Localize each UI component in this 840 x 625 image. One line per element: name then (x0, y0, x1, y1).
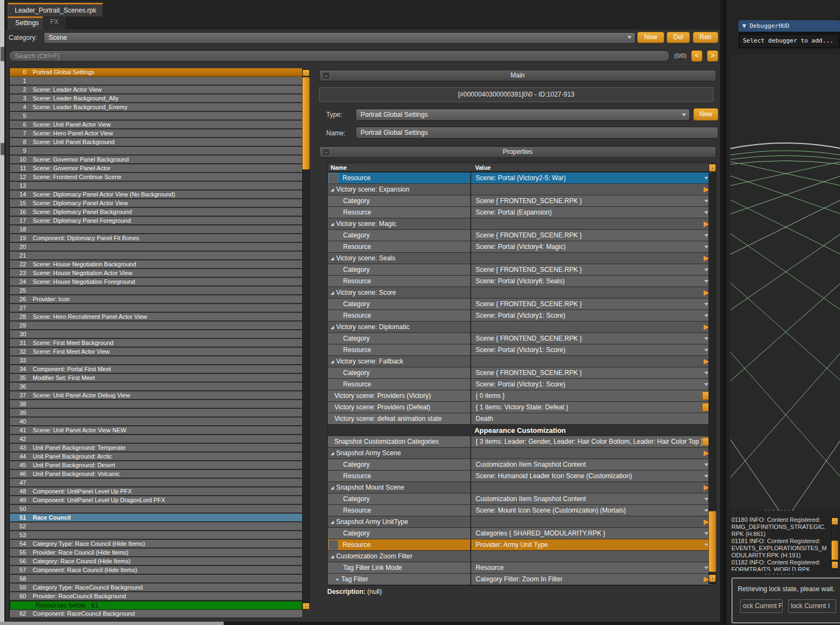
property-value-cell[interactable]: { 0 items } (471, 390, 712, 401)
list-item[interactable]: 60Provider: RaceCouncil Background (10, 592, 302, 601)
list-item[interactable]: 29 (10, 322, 302, 330)
property-value-cell[interactable]: Scene: Portal (Victory6: Seals) (471, 276, 712, 287)
chevron-down-icon[interactable] (704, 509, 709, 512)
ren-button[interactable]: Ren (693, 32, 718, 43)
tab-fx[interactable]: FX (43, 16, 67, 29)
property-row[interactable]: CategoryScene { FRONTEND_SCENE.RPK } (328, 264, 712, 276)
list-item[interactable]: 19Component: Diplomacy Panel Fit Bones (10, 234, 302, 243)
expanded-triangle-icon[interactable]: ◢ (331, 222, 334, 227)
list-item[interactable]: 6Scene: Unit Panel Actor View (10, 121, 302, 129)
property-value-cell[interactable]: Scene: Portal (Victory1: Score) (471, 379, 712, 390)
property-value-cell[interactable]: Categories { SHARED_MODULARITY.RPK } (471, 528, 712, 539)
list-item[interactable]: 34Component: Portal First Meet (10, 365, 302, 374)
list-item[interactable]: 49Component: UnitPanel Level Up DragonLo… (10, 496, 302, 505)
category-dropdown[interactable]: Scene (44, 32, 635, 44)
list-item[interactable]: 5 (10, 112, 302, 121)
expanded-triangle-icon[interactable]: ◢ (331, 520, 334, 525)
list-item[interactable]: 41Scene: Unit Panel Actor View NEW (10, 426, 302, 435)
list-item[interactable]: 44Unit Panel Background: Arctic (10, 453, 302, 461)
property-value-cell[interactable]: Scene { FRONTEND_SCENE.RPK } (471, 230, 712, 241)
chevron-down-icon[interactable] (704, 246, 709, 248)
property-row[interactable]: ◢Snapshot Mount Scene▶ (328, 482, 712, 493)
list-item[interactable]: 9 (10, 147, 302, 156)
property-row[interactable]: Victory scene: Providers (Defeat){ 1 ite… (328, 402, 712, 413)
chevron-down-icon[interactable] (704, 463, 709, 466)
list-item[interactable]: 40 (10, 418, 302, 426)
splitter-grip-icon[interactable]: •••••••• (765, 572, 796, 577)
list-item[interactable]: 48Component: UnitPanel Level Up PFX (10, 487, 302, 496)
property-row[interactable]: ResourceScene: Portal (Victory4: Magic) (328, 241, 712, 253)
property-row[interactable]: ◢Victory scene: Magic▶ (328, 218, 712, 230)
property-row[interactable]: Snapshot Customization Categories{ 3 ite… (328, 436, 712, 448)
property-row[interactable]: ◢Snapshot Army UnitType▶ (328, 516, 712, 528)
chevron-down-icon[interactable] (704, 475, 709, 478)
property-value-cell[interactable]: Scene { FRONTEND_SCENE.RPK } (471, 299, 712, 309)
list-item[interactable]: 47 (10, 479, 302, 487)
list-item[interactable]: 45Unit Panel Background: Desert (10, 461, 302, 470)
list-item[interactable]: 13 (10, 182, 302, 191)
property-row[interactable]: CategoryScene { FRONTEND_SCENE.RPK } (328, 195, 712, 207)
list-item[interactable]: Resources below : 61 (10, 601, 302, 610)
chevron-down-icon[interactable] (704, 544, 709, 546)
property-row[interactable]: ResourceScene: Mount Icon Scene (Customi… (328, 505, 712, 516)
list-item[interactable]: 27 (10, 304, 302, 313)
list-item[interactable]: 23Scene: House Negotiation Actor View (10, 269, 302, 278)
property-value-cell[interactable]: Scene: Portal (Victory1: Score) (471, 310, 712, 321)
property-row[interactable]: CategoryScene { FRONTEND_SCENE.RPK } (328, 230, 712, 241)
list-item[interactable]: 56Category: Race Council (Hide Items) (10, 557, 302, 566)
property-row[interactable]: ResourceScene: Portal (Victory6: Seals) (328, 276, 712, 287)
list-item[interactable]: 11Scene: Governor Panel Actor (10, 164, 302, 173)
expanded-triangle-icon[interactable]: ◢ (331, 359, 334, 364)
expanded-triangle-icon[interactable]: ◢ (331, 187, 334, 192)
property-value-cell[interactable]: Scene: Portal (Victory2-5: War) (471, 172, 712, 183)
list-item[interactable]: 1 (10, 77, 302, 86)
property-row[interactable]: ▸Tag FilterCategory Filter: Zoom In Filt… (328, 574, 712, 585)
property-value-cell[interactable]: Provider: Army Unit Type (471, 539, 712, 550)
list-item[interactable]: 7Scene: Hero Panel Actor View (10, 129, 302, 138)
property-value-cell[interactable]: Scene: Mount Icon Scene (Customization) … (471, 505, 712, 516)
list-item[interactable]: 39 (10, 409, 302, 418)
list-item[interactable]: 50 (10, 505, 302, 514)
chevron-down-icon[interactable] (704, 337, 709, 340)
chevron-down-icon[interactable] (704, 303, 709, 306)
list-item[interactable]: 51Race Council (10, 514, 302, 522)
log-scrollbar-top-button[interactable] (831, 517, 838, 525)
property-row[interactable]: ResourceProvider: Army Unit Type (328, 539, 712, 551)
property-row[interactable]: ◢Snapshot Army Scene▶ (328, 448, 712, 459)
expanded-triangle-icon[interactable]: ◢ (331, 554, 334, 559)
list-item[interactable]: 31Scene: First Meet Background (10, 339, 302, 348)
log-scrollbar-thumb[interactable] (831, 540, 838, 560)
name-input[interactable]: Portrait Global Settings (356, 127, 718, 139)
collapse-properties-button[interactable]: - (322, 148, 330, 156)
properties-scrollbar-thumb[interactable] (709, 511, 716, 572)
list-item[interactable]: 30 (10, 330, 302, 339)
expanded-triangle-icon[interactable]: ◢ (331, 325, 334, 330)
list-item[interactable]: 16Scene: Diplomacy Panel Background (10, 208, 302, 217)
collapsed-triangle-icon[interactable]: ▸ (337, 576, 339, 582)
list-item[interactable]: 18 (10, 225, 302, 234)
collapse-main-button[interactable]: - (322, 72, 330, 80)
list-item[interactable]: 55Provider: Race Council (Hide Items) (10, 549, 302, 557)
list-item[interactable]: 25 (10, 287, 302, 295)
property-row[interactable]: ResourceScene: Humanoid Leader Icon Scen… (328, 471, 712, 482)
list-item[interactable]: 3Scene: Leader Background_Ally (10, 94, 302, 103)
chevron-down-icon[interactable] (704, 349, 709, 352)
list-item[interactable]: 2Scene: Leader Actor View (10, 86, 302, 94)
list-item[interactable]: 46Unit Panel Background: Volcanic (10, 470, 302, 479)
property-value-cell[interactable]: Scene { FRONTEND_SCENE.RPK } (471, 264, 712, 275)
del-button[interactable]: Del (667, 32, 690, 43)
list-item[interactable]: 53 (10, 531, 302, 540)
list-item[interactable]: 62Component: RaceCouncil Background (10, 610, 302, 618)
property-row[interactable]: ◢Victory scene: Score▶ (328, 287, 712, 299)
list-item[interactable]: 28Scene: Hero Recruitment Panel Actor Vi… (10, 313, 302, 322)
chevron-down-icon[interactable] (704, 567, 709, 569)
list-item[interactable]: 58 (10, 575, 302, 584)
property-row[interactable]: ◢Victory scene: Seals▶ (328, 253, 712, 264)
search-prev-button[interactable]: < (691, 50, 703, 62)
expanded-triangle-icon[interactable]: ◢ (331, 290, 334, 295)
property-row[interactable]: Victory scene: defeat animation stateDea… (328, 413, 712, 425)
list-item[interactable]: 32Scene: First Meet Actor View (10, 348, 302, 356)
property-value-cell[interactable]: Category Filter: Zoom In Filter▶ (471, 574, 712, 585)
log-scrollbar-bottom-button[interactable] (831, 561, 838, 569)
chevron-down-icon[interactable] (704, 372, 709, 374)
